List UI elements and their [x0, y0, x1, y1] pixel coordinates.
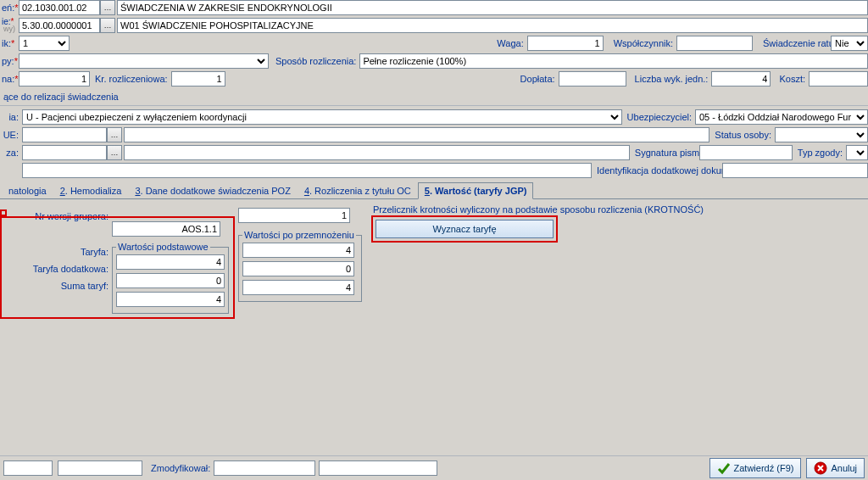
- select-ubezpieczyciel[interactable]: 05 - Łódzki Oddział Narodowego Fur: [695, 109, 868, 125]
- label-doplata: Dopłata:: [520, 74, 559, 84]
- input-doplata[interactable]: [559, 71, 626, 87]
- input-extra[interactable]: [22, 163, 592, 178]
- input-suma-basic[interactable]: [116, 292, 225, 307]
- input-kr[interactable]: [171, 71, 225, 87]
- section-title-relizacji: ące do relizacji świadczenia: [3, 92, 868, 102]
- pick-za[interactable]: …: [107, 145, 122, 160]
- label-sposob: Sposób rozliczenia:: [275, 56, 359, 66]
- label-py: py:: [2, 56, 14, 66]
- input-identyfikacja[interactable]: [722, 163, 868, 178]
- pick-ue[interactable]: …: [107, 127, 122, 142]
- button-zatwierdz[interactable]: Zatwierdź (F9): [709, 458, 802, 478]
- input-sposob[interactable]: [359, 53, 868, 69]
- input-liczba[interactable]: [711, 71, 771, 87]
- input-ue-nazwa[interactable]: [124, 127, 709, 142]
- input-taryfa-dod-basic[interactable]: [116, 273, 225, 288]
- input-zmodyfikowal-data[interactable]: [319, 460, 437, 476]
- input-za-kod[interactable]: [22, 145, 107, 160]
- input-krotnosc[interactable]: [238, 208, 350, 223]
- tabs-row: natologia 2. Hemodializa 3. Dane dodatko…: [0, 181, 868, 199]
- label-na: na:: [2, 74, 14, 84]
- button-wyznacz-taryfe[interactable]: Wyznacz taryfę: [376, 220, 554, 238]
- label-ik: ik:: [2, 38, 11, 48]
- tab-rozliczenia-oc[interactable]: 4. Rozliczenia z tytułu OC: [298, 182, 418, 198]
- input-kod-swiadczenia[interactable]: [19, 0, 100, 15]
- label-kr: Kr. rozliczeniowa:: [95, 74, 171, 84]
- input-kod-produktu[interactable]: [19, 18, 100, 33]
- legend-wartosci-podstawowe: Wartości podstawowe: [116, 242, 210, 252]
- tab-stomatologia[interactable]: natologia: [2, 182, 53, 198]
- input-footer-1[interactable]: [3, 460, 53, 476]
- label-status-osoby: Status osoby:: [715, 130, 775, 140]
- input-waga[interactable]: [527, 36, 604, 51]
- legend-wartosci-po-przemnozeniu: Wartości po przemnożeniu: [242, 230, 356, 240]
- cancel-icon: [814, 461, 827, 475]
- input-ue-kod[interactable]: [22, 127, 107, 142]
- label-en: eń:: [2, 3, 14, 13]
- input-na[interactable]: [19, 71, 90, 87]
- label-waga: Waga:: [497, 38, 526, 48]
- label-sygnatura: Sygnatura pisma zgody:: [635, 148, 699, 157]
- input-nr-wersji-grupera[interactable]: [112, 221, 220, 237]
- select-typ-zgody[interactable]: [846, 145, 868, 160]
- select-ik[interactable]: 1: [19, 36, 70, 51]
- input-taryfa-mult[interactable]: [242, 243, 354, 258]
- input-taryfa-basic[interactable]: [116, 254, 225, 270]
- input-zmodyfikowal[interactable]: [214, 460, 315, 476]
- label-identyfikacja: Identyfikacja dodatkowej dokumentacji:: [597, 166, 722, 175]
- label-wspolczynnik: Współczynnik:: [614, 38, 676, 48]
- input-sygnatura[interactable]: [699, 145, 793, 160]
- input-wspolczynnik[interactable]: [676, 36, 753, 51]
- label-ubezpieczyciel: Ubezpieczyciel:: [627, 112, 695, 122]
- fieldset-wartosci-po-przemnozeniu: Wartości po przemnożeniu: [238, 230, 362, 302]
- pick-kod-produktu[interactable]: …: [100, 18, 115, 33]
- tab-wartosc-taryfy-jgp[interactable]: 5. Wartość (taryfy JGP): [418, 182, 534, 199]
- input-za-nazwa[interactable]: [124, 145, 630, 160]
- select-ratujace[interactable]: Nie: [831, 36, 868, 51]
- bottom-bar: Zmodyfikował: Zatwierdź (F9) Anuluj: [0, 455, 868, 480]
- divider: [0, 105, 868, 106]
- label-ia: ia:: [2, 112, 22, 122]
- label-typ-zgody: Typ zgody:: [798, 148, 846, 158]
- tab-dane-dodatkowe-poz[interactable]: 3. Dane dodatkowe świadczenia POZ: [128, 182, 297, 198]
- select-py[interactable]: [19, 53, 269, 69]
- input-suma-mult[interactable]: [242, 280, 354, 295]
- label-ratujace: Świadczenie ratujące życie:: [763, 39, 831, 47]
- input-taryfa-dod-mult[interactable]: [242, 261, 354, 276]
- label-przelicznik-help: Przelicznik krotności wyliczony na podst…: [373, 204, 704, 215]
- check-icon: [717, 461, 731, 475]
- input-footer-2[interactable]: [58, 460, 142, 476]
- input-nazwa-produktu[interactable]: [117, 18, 868, 33]
- label-za: za:: [2, 148, 22, 158]
- input-nazwa-swiadczenia[interactable]: [117, 0, 868, 15]
- label-liczba: Liczba wyk. jedn.:: [635, 74, 712, 84]
- label-wy: wy): [2, 25, 15, 33]
- tab-hemodializa[interactable]: 2. Hemodializa: [53, 182, 129, 198]
- select-ia[interactable]: U - Pacjenci ubezpieczeni z wyłączeniem …: [22, 109, 622, 125]
- input-koszt[interactable]: [809, 71, 868, 87]
- label-zmodyfikowal: Zmodyfikował:: [151, 463, 214, 473]
- select-status-osoby[interactable]: [775, 127, 868, 142]
- button-anuluj[interactable]: Anuluj: [806, 458, 865, 478]
- fieldset-wartosci-podstawowe: Wartości podstawowe: [112, 242, 229, 314]
- label-ue: UE:: [2, 130, 22, 140]
- label-koszt: Koszt:: [779, 74, 809, 84]
- pick-kod-swiadczenia[interactable]: …: [100, 0, 115, 15]
